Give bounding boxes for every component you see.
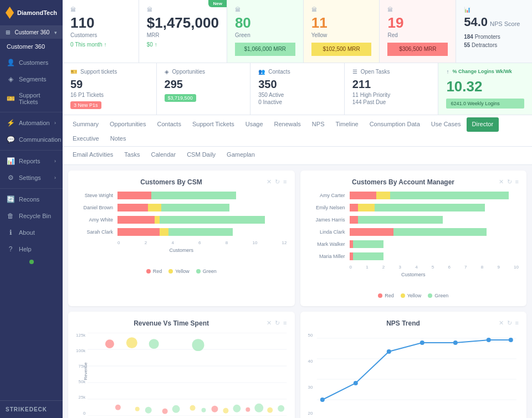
kpi2-opps-header: ◈ Opportunities bbox=[165, 69, 243, 75]
bar-segment-green bbox=[375, 204, 485, 211]
bar-container bbox=[350, 252, 519, 260]
svg-point-19 bbox=[233, 404, 241, 412]
tab-gameplan[interactable]: Gameplan bbox=[221, 148, 260, 162]
sidebar-item-label: Segments bbox=[19, 76, 56, 82]
kpi2-logins-header: ↑ % Change Logins Wk/Wk bbox=[446, 69, 524, 75]
svg-point-32 bbox=[453, 340, 458, 345]
legend-label-yellow: Yellow bbox=[175, 269, 190, 274]
legend-label-red: Red bbox=[153, 269, 162, 274]
bar-container bbox=[350, 204, 519, 211]
csm-bar-chart: Steve Wright Daniel Brown bbox=[76, 192, 287, 264]
sidebar-item-help[interactable]: ? Help bbox=[0, 241, 63, 257]
kpi-mrr-value: $1,475,000 bbox=[147, 15, 219, 31]
kpi2-tasks: ☰ Open Tasks 211 11 High Priority 144 Pa… bbox=[345, 63, 439, 115]
svg-point-23 bbox=[278, 405, 285, 411]
bar-segment-red bbox=[350, 192, 377, 199]
sidebar-item-label: Customers bbox=[19, 59, 56, 66]
sidebar-item-recons[interactable]: 🔄 Recons bbox=[0, 191, 63, 208]
menu-icon[interactable]: ≡ bbox=[515, 178, 519, 185]
close-icon[interactable]: ✕ bbox=[267, 319, 272, 327]
chart-am-title: Customers By Account Manager bbox=[352, 178, 454, 186]
sidebar-item-support-tickets[interactable]: 🎫 Support Tickets bbox=[0, 87, 63, 110]
tab-summary[interactable]: Summary bbox=[67, 117, 104, 132]
tab-notes[interactable]: Notes bbox=[105, 132, 132, 146]
sidebar-item-segments[interactable]: ◈ Segments bbox=[0, 71, 63, 87]
tab-email-activities[interactable]: Email Activities bbox=[67, 148, 119, 162]
bar-segment-green bbox=[358, 216, 443, 224]
kpi-row-1: 🏛 110 Customers 0 This month ↑ 🏛 New $1,… bbox=[63, 0, 532, 63]
kpi-green-label: Green bbox=[235, 32, 295, 38]
sidebar-item-about[interactable]: ℹ About bbox=[0, 224, 63, 241]
tab-calendar[interactable]: Calendar bbox=[145, 148, 181, 162]
legend-dot-red bbox=[146, 269, 151, 273]
x-axis: 024681012 bbox=[76, 240, 287, 245]
tab-consumption-data[interactable]: Consumption Data bbox=[364, 117, 426, 132]
tab-use-cases[interactable]: Use Cases bbox=[426, 117, 467, 132]
refresh-icon[interactable]: ↻ bbox=[507, 178, 512, 185]
sidebar-item-automation[interactable]: ⚡ Automation › bbox=[0, 115, 63, 131]
kpi2-weekly-logins: 6241.0 Weekly Logins bbox=[446, 99, 524, 109]
close-icon[interactable]: ✕ bbox=[499, 178, 504, 185]
sidebar-item-label: Customer 360 bbox=[7, 43, 56, 50]
bar-container bbox=[117, 192, 287, 199]
chart-rev-title: Revenue Vs Time Spent bbox=[134, 319, 209, 327]
support-label: Support tickets bbox=[80, 69, 117, 75]
sidebar-item-settings[interactable]: ⚙ Settings › bbox=[0, 169, 63, 186]
tab-opportunities[interactable]: Opportunities bbox=[104, 117, 151, 132]
tasks-icon: ☰ bbox=[352, 69, 357, 75]
chart-rev-controls: ✕ ↻ ≡ bbox=[267, 319, 287, 327]
nps-line-svg bbox=[315, 333, 519, 418]
nps-promoters: 184 Promoters bbox=[464, 34, 524, 40]
tasks-label: Open Tasks bbox=[361, 69, 390, 75]
tab-support-tickets[interactable]: Support Tickets bbox=[187, 117, 240, 132]
logo-icon bbox=[6, 7, 14, 19]
chart-csm-title: Customers By CSM bbox=[140, 178, 202, 186]
bar-container bbox=[117, 228, 287, 236]
bar-segment-green bbox=[151, 192, 236, 199]
legend-dot-green bbox=[428, 293, 432, 298]
tab-director[interactable]: Director bbox=[467, 117, 499, 132]
sidebar-item-customer360[interactable]: Customer 360 bbox=[0, 39, 63, 54]
bar-container bbox=[117, 216, 287, 224]
kpi2-tasks-value: 211 bbox=[352, 78, 431, 91]
sidebar-item-communication[interactable]: 💬 Communication › bbox=[0, 131, 63, 148]
support-icon: 🎫 bbox=[70, 69, 77, 75]
legend-label-red: Red bbox=[385, 293, 394, 298]
bar-row: Amy White bbox=[76, 216, 287, 224]
charts-row-1: Customers By CSM ✕ ↻ ≡ Steve Wright bbox=[63, 165, 532, 312]
sidebar-item-customers[interactable]: 👤 Customers bbox=[0, 54, 63, 71]
menu-icon[interactable]: ≡ bbox=[283, 178, 287, 185]
chart-nps-title: NPS Trend bbox=[386, 319, 420, 327]
refresh-icon[interactable]: ↻ bbox=[275, 319, 280, 327]
bar-segment-yellow bbox=[155, 216, 160, 224]
menu-icon[interactable]: ≡ bbox=[515, 319, 519, 327]
bar-segment-red bbox=[117, 228, 160, 236]
refresh-icon[interactable]: ↻ bbox=[275, 178, 280, 185]
menu-icon[interactable]: ≡ bbox=[283, 319, 287, 327]
segments-icon: ◈ bbox=[7, 75, 14, 83]
tab-timeline[interactable]: Timeline bbox=[330, 117, 364, 132]
sidebar-item-reports[interactable]: 📊 Reports › bbox=[0, 153, 63, 169]
kpi2-contacts-active: 350 Active bbox=[258, 92, 336, 98]
tab-usage[interactable]: Usage bbox=[240, 117, 269, 132]
chart-nps-trend: NPS Trend ✕ ↻ ≡ 50 40 30 20 bbox=[300, 312, 527, 418]
bar-segment-green bbox=[353, 252, 383, 260]
sidebar-item-recycle-bin[interactable]: 🗑 Recycle Bin bbox=[0, 208, 63, 224]
close-icon[interactable]: ✕ bbox=[499, 319, 504, 327]
sidebar-item-label: Automation bbox=[19, 120, 50, 126]
bar-label: Amy Carter bbox=[308, 193, 350, 198]
sidebar-divider bbox=[0, 112, 63, 112]
sidebar-nav-section[interactable]: ⊞ Customer 360 ▾ bbox=[0, 26, 63, 39]
kpi-customers-value: 110 bbox=[70, 15, 131, 31]
tab-csm-daily[interactable]: CSM Daily bbox=[181, 148, 221, 162]
close-icon[interactable]: ✕ bbox=[267, 178, 272, 185]
tab-renewals[interactable]: Renewals bbox=[269, 117, 306, 132]
kpi-yellow-sub: $102,500 MRR bbox=[311, 43, 372, 56]
tab-nps[interactable]: NPS bbox=[306, 117, 330, 132]
tab-executive[interactable]: Executive bbox=[67, 132, 105, 146]
tab-contacts[interactable]: Contacts bbox=[152, 117, 187, 132]
tabs-row: Summary Opportunities Contacts Support T… bbox=[63, 115, 532, 147]
bar-segment-red bbox=[117, 192, 151, 199]
tab-tasks[interactable]: Tasks bbox=[119, 148, 145, 162]
refresh-icon[interactable]: ↻ bbox=[507, 319, 512, 327]
